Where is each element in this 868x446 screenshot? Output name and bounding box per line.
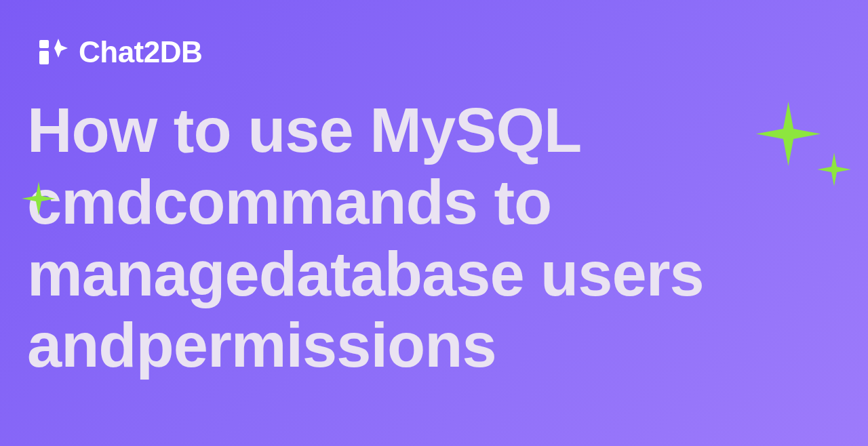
brand-logo-icon [38, 36, 71, 68]
sparkle-icon [756, 102, 821, 166]
page-headline: How to use MySQL cmdcommands to manageda… [27, 95, 773, 382]
brand-name: Chat2DB [79, 35, 202, 69]
sparkle-icon [22, 182, 56, 216]
sparkle-icon [817, 153, 851, 186]
svg-rect-0 [39, 40, 49, 48]
brand-logo: Chat2DB [38, 35, 202, 69]
svg-rect-1 [39, 51, 49, 64]
